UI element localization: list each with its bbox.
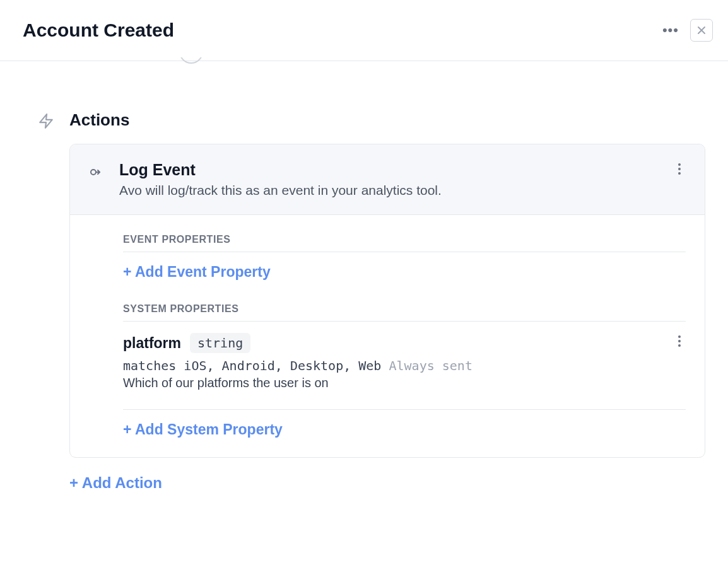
property-content: platform string matches iOS, Android, De… [123,333,473,403]
log-event-icon [89,165,104,180]
log-event-title: Log Event [119,161,658,179]
property-name-line: platform string [123,333,473,353]
sent-note: Always sent [389,358,472,373]
actions-title: Actions [69,110,705,130]
property-row[interactable]: platform string matches iOS, Android, De… [123,333,686,403]
log-event-body: EVENT PROPERTIES + Add Event Property SY… [70,215,705,457]
event-properties-heading: EVENT PROPERTIES [123,234,686,252]
lightning-icon [38,113,54,129]
log-event-card: Log Event Avo will log/track this as an … [69,144,705,458]
actions-section: Actions Log Event Avo will log/track thi… [38,110,705,492]
header-controls: ••• [662,19,713,42]
log-event-header: Log Event Avo will log/track this as an … [70,144,705,215]
source-circle-icon [179,57,203,64]
svg-marker-2 [40,114,52,128]
property-description: Which of our platforms the user is on [123,376,473,390]
property-menu-button[interactable] [673,333,686,349]
property-name: platform [123,335,181,352]
page-title: Account Created [23,20,174,41]
matches-prefix: matches [123,358,176,373]
svg-point-3 [91,170,96,175]
divider [123,409,686,410]
matches-values: iOS, Android, Desktop, Web [184,358,381,373]
add-source-row: + Add Source [73,57,705,66]
add-source-button[interactable]: + Add Source [73,57,170,61]
add-action-button[interactable]: + Add Action [69,474,162,492]
property-type-badge: string [190,333,250,353]
close-icon [696,25,707,35]
system-properties-heading: SYSTEM PROPERTIES [123,303,686,322]
system-properties-section: SYSTEM PROPERTIES platform string matche… [123,303,686,438]
close-button[interactable] [690,19,713,42]
add-event-property-button[interactable]: + Add Event Property [123,264,271,281]
log-event-menu-button[interactable] [673,161,686,177]
content-area: + Add Source Actions Log Event Avo will … [0,57,728,517]
event-properties-section: EVENT PROPERTIES + Add Event Property [123,234,686,281]
add-system-property-button[interactable]: + Add System Property [123,421,283,438]
log-event-description: Avo will log/track this as an event in y… [119,183,658,198]
property-matches: matches iOS, Android, Desktop, Web Alway… [123,358,473,373]
page-header: Account Created ••• [0,0,728,61]
log-event-text: Log Event Avo will log/track this as an … [119,161,658,198]
actions-body: Actions Log Event Avo will log/track thi… [69,110,705,492]
more-menu-button[interactable]: ••• [662,23,679,37]
